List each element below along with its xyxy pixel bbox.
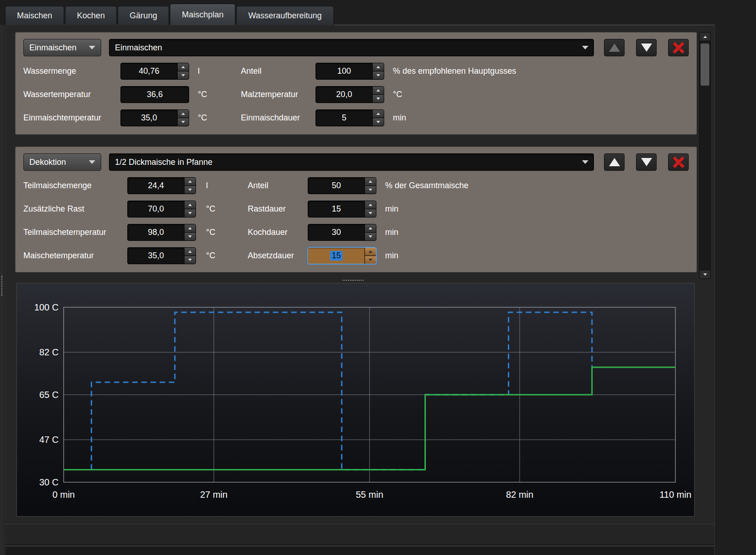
left-splitter-rail[interactable] <box>0 25 5 555</box>
anteil-hauptguss-spinbox[interactable]: 100 <box>315 63 384 80</box>
teilmaischemenge-spinbox[interactable]: 24,4 <box>127 177 196 194</box>
unit-label: °C <box>206 251 248 261</box>
move-step-down-button[interactable] <box>636 153 657 171</box>
move-step-up-button[interactable] <box>604 153 625 171</box>
spin-up-button[interactable] <box>365 248 376 256</box>
spin-down-button[interactable] <box>365 256 376 264</box>
zusaetzliche-rast-spinbox[interactable]: 70,0 <box>127 201 196 218</box>
spin-up-button[interactable] <box>178 110 189 118</box>
field-value[interactable]: 24,4 <box>128 178 184 194</box>
field-value[interactable]: 100 <box>316 63 372 79</box>
einmaischtemperatur-spinbox[interactable]: 35,0 <box>120 109 189 126</box>
horizontal-splitter-handle[interactable] <box>338 278 368 282</box>
spin-down-button[interactable] <box>185 185 196 194</box>
einmaischdauer-spinbox[interactable]: 5 <box>315 109 384 126</box>
combobox-dropdown-button[interactable] <box>577 154 593 170</box>
field-value[interactable]: 70,0 <box>128 201 184 217</box>
arrow-up-icon <box>188 250 192 253</box>
tab-maischplan[interactable]: Maischplan <box>170 4 235 25</box>
teilmaischetemperatur-spinbox[interactable]: 98,0 <box>127 224 196 241</box>
spinner <box>372 87 384 103</box>
step-type-dropdown[interactable]: Einmaischen <box>23 39 101 56</box>
rastdauer-spinbox[interactable]: 15 <box>308 201 376 218</box>
scroll-up-button[interactable] <box>700 33 710 41</box>
spinner <box>184 178 196 194</box>
anteil-gesamtmaische-spinbox[interactable]: 50 <box>308 177 376 194</box>
spin-up-button[interactable] <box>185 248 196 256</box>
spin-down-button[interactable] <box>178 71 189 79</box>
field-value[interactable]: 30 <box>308 224 364 240</box>
vertical-scrollbar[interactable] <box>699 32 711 279</box>
spin-down-button[interactable] <box>373 118 384 126</box>
field-value[interactable]: 15 <box>308 201 364 217</box>
unit-label: °C <box>206 204 248 214</box>
move-step-down-button[interactable] <box>636 39 657 56</box>
spin-down-button[interactable] <box>365 185 376 194</box>
arrow-up-icon <box>369 204 372 206</box>
spin-down-button[interactable] <box>185 232 196 240</box>
tab-wasseraufbereitung[interactable]: Wasseraufbereitung <box>236 6 333 25</box>
step-type-label: Dekoktion <box>29 158 66 167</box>
spin-up-button[interactable] <box>178 63 189 71</box>
spin-down-button[interactable] <box>185 256 196 264</box>
splitter-handle-dots <box>1 276 2 296</box>
spin-down-button[interactable] <box>178 118 189 126</box>
field-label: Einmaischtemperatur <box>23 113 120 123</box>
field-value[interactable]: 20,0 <box>316 87 372 103</box>
maischetemperatur-spinbox[interactable]: 35,0 <box>127 247 196 264</box>
malztemperatur-spinbox[interactable]: 20,0 <box>315 86 384 103</box>
field-value[interactable]: 98,0 <box>128 224 184 240</box>
spin-up-button[interactable] <box>365 178 376 185</box>
field-label: Zusätzliche Rast <box>23 204 127 214</box>
field-value[interactable]: 35,0 <box>121 110 177 126</box>
wassertemperatur-field[interactable]: 36,6 <box>120 86 189 103</box>
field-value[interactable]: 15 <box>308 248 364 264</box>
move-step-up-button[interactable] <box>604 39 625 56</box>
field-value[interactable]: 5 <box>316 110 372 126</box>
field-label: Absetzdauer <box>248 251 308 261</box>
arrow-up-icon <box>376 66 380 68</box>
spin-up-button[interactable] <box>365 201 376 209</box>
scrollbar-thumb[interactable] <box>701 44 709 86</box>
kochdauer-spinbox[interactable]: 30 <box>308 224 376 241</box>
field-value[interactable]: 35,0 <box>128 248 184 264</box>
arrow-down-icon <box>188 235 192 238</box>
combobox-dropdown-button[interactable] <box>577 39 593 56</box>
spin-down-button[interactable] <box>373 71 384 79</box>
tab-maischen[interactable]: Maischen <box>5 6 64 25</box>
field-value[interactable]: 40,76 <box>121 63 177 79</box>
spin-up-button[interactable] <box>373 87 384 94</box>
spin-up-button[interactable] <box>185 224 196 232</box>
spinner <box>372 63 384 79</box>
spin-down-button[interactable] <box>185 209 196 217</box>
spin-down-button[interactable] <box>365 232 376 240</box>
arrow-down-icon <box>369 235 372 238</box>
spin-up-button[interactable] <box>373 110 384 118</box>
spin-up-button[interactable] <box>185 201 196 209</box>
step-name-combobox[interactable]: 1/2 Dickmaische in Pfanne <box>109 153 594 171</box>
spinner <box>364 201 376 217</box>
delete-step-button[interactable] <box>668 153 689 171</box>
absetzdauer-spinbox-focused[interactable]: 15 <box>308 247 376 264</box>
scroll-down-button[interactable] <box>700 270 710 278</box>
bottom-splitter[interactable] <box>5 546 714 555</box>
selected-text: 15 <box>330 251 342 261</box>
spin-up-button[interactable] <box>185 178 196 185</box>
svg-text:82 C: 82 C <box>39 347 59 357</box>
delete-step-button[interactable] <box>668 39 689 56</box>
unit-label: min <box>385 204 398 214</box>
step-name-value: 1/2 Dickmaische in Pfanne <box>115 158 577 167</box>
spin-up-button[interactable] <box>373 63 384 71</box>
field-value[interactable]: 50 <box>308 178 364 194</box>
spin-down-button[interactable] <box>373 94 384 103</box>
arrow-down-icon <box>181 121 185 123</box>
step-name-combobox[interactable]: Einmaischen <box>109 39 594 56</box>
tab-kochen[interactable]: Kochen <box>65 6 117 25</box>
chart-canvas: 30 C47 C65 C82 C100 C0 min27 min55 min82… <box>17 283 694 516</box>
step-type-dropdown[interactable]: Dekoktion <box>23 153 101 171</box>
tab-gaerung[interactable]: Gärung <box>118 6 169 25</box>
spin-down-button[interactable] <box>365 209 376 217</box>
svg-text:100 C: 100 C <box>34 302 59 312</box>
spin-up-button[interactable] <box>365 224 376 232</box>
wassermenge-spinbox[interactable]: 40,76 <box>120 63 189 80</box>
